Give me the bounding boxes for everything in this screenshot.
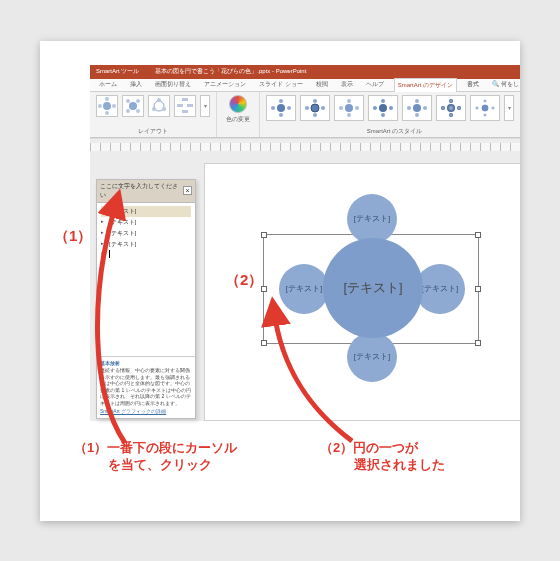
annotation-text-2-line2: 選択されました <box>320 456 445 474</box>
ribbon-tabs: ホーム 挿入 画面切り替え アニメーション スライド ショー 校閲 表示 ヘルプ… <box>90 79 520 92</box>
style-option[interactable] <box>436 95 466 121</box>
tab-insert[interactable]: 挿入 <box>127 78 145 91</box>
svg-point-21 <box>271 106 275 110</box>
annotation-text-1-line1: （1）一番下の段にカーソル <box>74 440 237 455</box>
tool-context: SmartArt ツール <box>96 67 139 76</box>
svg-point-52 <box>491 106 495 110</box>
svg-point-49 <box>483 99 487 103</box>
tab-smartart-design[interactable]: SmartArt のデザイン <box>394 78 457 92</box>
svg-point-22 <box>287 106 291 110</box>
tab-format[interactable]: 書式 <box>464 78 482 91</box>
text-pane-footer-title: 基本放射 <box>100 360 192 367</box>
svg-point-32 <box>355 106 359 110</box>
resize-handle[interactable] <box>261 340 267 346</box>
group-layout: ▾ レイアウト <box>90 92 217 137</box>
document-area: ここに文字を入力してください × [テキスト] [テキスト] [テキスト] [テ… <box>90 138 520 421</box>
svg-point-23 <box>311 104 319 112</box>
annotation-text-1-line2: を当て、クリック <box>74 456 212 474</box>
style-option[interactable] <box>368 95 398 121</box>
text-pane-item[interactable]: [テキスト] <box>101 239 191 250</box>
svg-point-18 <box>277 104 285 112</box>
smartart-node-bottom[interactable]: [テキスト] <box>347 332 397 382</box>
svg-point-9 <box>136 109 140 113</box>
resize-handle[interactable] <box>475 286 481 292</box>
svg-point-46 <box>441 106 445 110</box>
smartart-node-top[interactable]: [テキスト] <box>347 194 397 244</box>
layout-option-2[interactable] <box>122 95 144 117</box>
tab-slideshow[interactable]: スライド ショー <box>256 78 306 91</box>
color-change-button[interactable]: 色の変更 <box>223 95 253 124</box>
style-option[interactable] <box>334 95 364 121</box>
text-pane-item[interactable]: [テキスト] <box>101 228 191 239</box>
svg-point-37 <box>389 106 393 110</box>
annotation-number-1: （1） <box>54 227 92 246</box>
tab-tellme[interactable]: 🔍 何をしますか <box>489 78 520 91</box>
resize-handle[interactable] <box>261 232 267 238</box>
text-pane-item[interactable]: [テキスト] <box>101 217 191 228</box>
style-option[interactable] <box>300 95 330 121</box>
resize-handle[interactable] <box>475 232 481 238</box>
slide-canvas[interactable]: [テキスト] [テキスト] [テキスト] [テキスト] [テキスト] <box>204 163 520 421</box>
tab-help[interactable]: ヘルプ <box>363 78 387 91</box>
svg-point-38 <box>413 104 421 112</box>
resize-handle[interactable] <box>475 340 481 346</box>
tab-review[interactable]: 校閲 <box>313 78 331 91</box>
styles-more[interactable]: ▾ <box>504 95 514 121</box>
text-pane-body[interactable]: [テキスト] [テキスト] [テキスト] [テキスト] <box>97 203 195 262</box>
svg-point-29 <box>347 99 351 103</box>
svg-point-27 <box>321 106 325 110</box>
svg-rect-17 <box>182 110 188 113</box>
svg-point-5 <box>129 102 137 110</box>
svg-point-19 <box>279 99 283 103</box>
tab-animations[interactable]: アニメーション <box>201 78 249 91</box>
style-option[interactable] <box>402 95 432 121</box>
layout-more[interactable]: ▾ <box>200 95 210 117</box>
tab-view[interactable]: 表示 <box>338 78 356 91</box>
svg-point-47 <box>457 106 461 110</box>
svg-point-40 <box>415 113 419 117</box>
smartart-node-left[interactable]: [テキスト] <box>279 264 329 314</box>
text-pane-footer-link[interactable]: SmartArt グラフィックの詳細 <box>100 408 166 415</box>
svg-point-8 <box>126 109 130 113</box>
svg-point-34 <box>381 99 385 103</box>
text-pane-close[interactable]: × <box>183 186 192 195</box>
svg-point-0 <box>103 102 111 110</box>
svg-point-11 <box>157 98 161 102</box>
svg-point-3 <box>98 104 102 108</box>
svg-point-31 <box>339 106 343 110</box>
style-option[interactable] <box>470 95 500 121</box>
svg-point-45 <box>449 113 453 117</box>
svg-point-30 <box>347 113 351 117</box>
svg-point-4 <box>112 104 116 108</box>
text-pane-caret-row[interactable] <box>101 250 191 259</box>
smartart-node-center[interactable]: [テキスト] <box>323 238 423 338</box>
text-pane-item[interactable]: [テキスト] <box>101 206 191 217</box>
ruler <box>90 143 520 151</box>
svg-point-24 <box>313 99 317 103</box>
layout-group-label: レイアウト <box>96 127 210 136</box>
layout-option-4[interactable] <box>174 95 196 117</box>
ribbon: ▾ レイアウト 色の変更 ▾ SmartArt のスタイル <box>90 92 520 138</box>
text-pane-footer-body: 連続する情報、中心の要素に対する関係を示すのに使用します。最も強調されるのは中心… <box>100 367 192 406</box>
svg-point-26 <box>305 106 309 110</box>
svg-rect-14 <box>182 98 188 101</box>
svg-point-6 <box>126 99 130 103</box>
color-wheel-icon <box>229 95 247 113</box>
screenshot-frame: SmartArt ツール 基本の図を円で書こう「花びらの色」.pptx - Po… <box>40 41 520 521</box>
annotation-text-1: （1）一番下の段にカーソル を当て、クリック <box>74 439 237 474</box>
smartart-text-pane[interactable]: ここに文字を入力してください × [テキスト] [テキスト] [テキスト] [テ… <box>96 179 196 419</box>
tab-transitions[interactable]: 画面切り替え <box>152 78 194 91</box>
tab-home[interactable]: ホーム <box>96 78 120 91</box>
smartart-graphic[interactable]: [テキスト] [テキスト] [テキスト] [テキスト] [テキスト] <box>245 178 505 408</box>
svg-point-48 <box>481 104 489 112</box>
layout-option-1[interactable] <box>96 95 118 117</box>
group-color: 色の変更 <box>217 92 260 137</box>
svg-point-44 <box>449 99 453 103</box>
resize-handle[interactable] <box>261 286 267 292</box>
text-pane-footer: 基本放射 連続する情報、中心の要素に対する関係を示すのに使用します。最も強調され… <box>97 356 195 418</box>
style-option[interactable] <box>266 95 296 121</box>
svg-point-33 <box>379 104 387 112</box>
svg-point-12 <box>162 107 166 111</box>
layout-option-3[interactable] <box>148 95 170 117</box>
svg-point-36 <box>373 106 377 110</box>
